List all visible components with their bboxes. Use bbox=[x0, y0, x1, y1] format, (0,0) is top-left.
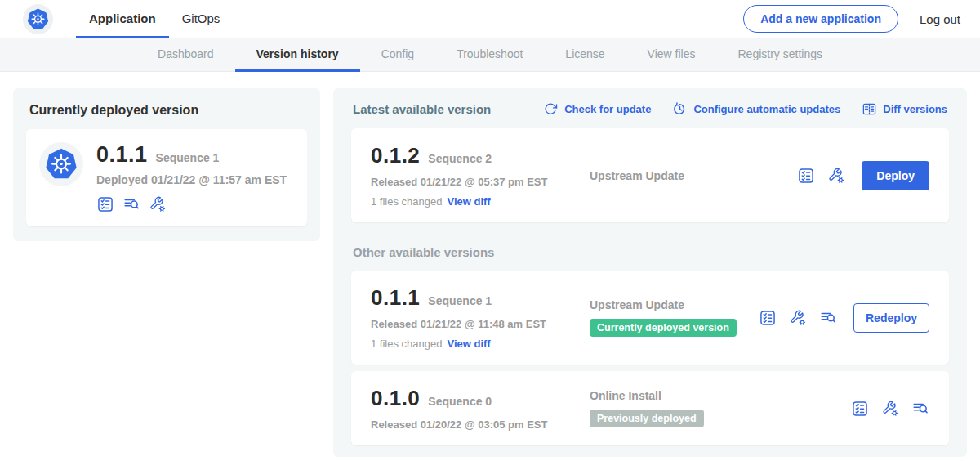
version-info: 0.1.1 Sequence 1 Released 01/21/22 @ 11:… bbox=[371, 285, 590, 350]
preflight-checks-icon[interactable] bbox=[851, 400, 869, 418]
view-logs-icon[interactable] bbox=[911, 400, 929, 418]
sequence-label: Sequence 1 bbox=[428, 294, 492, 307]
latest-available-title: Latest available version bbox=[353, 102, 491, 116]
top-navbar: Application GitOps Add a new application… bbox=[0, 0, 980, 38]
version-actions-right: Redeploy bbox=[759, 303, 929, 333]
version-row-0-1-0: 0.1.0 Sequence 0 Released 01/20/22 @ 03:… bbox=[351, 371, 949, 445]
version-source: Upstream Update bbox=[590, 169, 797, 182]
files-changed-line: 1 files changedView diff bbox=[371, 338, 590, 350]
files-changed-line: 1 files changedView diff bbox=[371, 195, 590, 208]
preflight-checks-icon[interactable] bbox=[96, 195, 114, 213]
released-timestamp: Released 01/21/22 @ 05:37 pm EST bbox=[371, 176, 590, 188]
edit-config-icon[interactable] bbox=[827, 167, 845, 185]
source-label: Upstream Update bbox=[590, 298, 684, 311]
refresh-icon bbox=[543, 101, 559, 117]
check-for-update-link[interactable]: Check for update bbox=[543, 101, 651, 117]
deployed-version-card: 0.1.1 Sequence 1 Deployed 01/21/22 @ 11:… bbox=[26, 129, 307, 226]
version-number: 0.1.2 bbox=[371, 143, 420, 168]
diff-versions-link[interactable]: Diff versions bbox=[862, 101, 947, 117]
main-content: Currently deployed version 0.1.1 Sequenc… bbox=[0, 72, 980, 457]
version-actions-right: Deploy bbox=[797, 161, 929, 190]
sequence-label: Sequence 0 bbox=[428, 395, 492, 408]
version-actions: Check for update Configure automatic upd… bbox=[543, 101, 947, 117]
tab-config[interactable]: Config bbox=[360, 38, 435, 72]
deployed-timestamp: Deployed 01/21/22 @ 11:57 am EST bbox=[96, 173, 287, 186]
released-timestamp: Released 01/21/22 @ 11:48 am EST bbox=[371, 318, 590, 330]
tab-dashboard[interactable]: Dashboard bbox=[136, 38, 235, 72]
tab-gitops[interactable]: GitOps bbox=[169, 0, 234, 38]
navbar-right: Add a new application Log out bbox=[743, 0, 960, 38]
version-actions-right bbox=[851, 400, 929, 418]
files-changed-count: 1 files changed bbox=[371, 195, 442, 208]
version-row-0-1-1: 0.1.1 Sequence 1 Released 01/21/22 @ 11:… bbox=[351, 271, 949, 365]
app-nav-tabs: Application GitOps bbox=[76, 0, 233, 38]
edit-config-icon[interactable] bbox=[789, 309, 807, 327]
check-for-update-label: Check for update bbox=[564, 103, 651, 115]
tab-view-files[interactable]: View files bbox=[626, 38, 717, 72]
view-logs-icon[interactable] bbox=[819, 309, 837, 327]
available-versions-panel: Latest available version Check for updat… bbox=[333, 88, 967, 457]
section-subnav: Dashboard Version history Config Trouble… bbox=[0, 38, 980, 72]
source-label: Online Install bbox=[590, 389, 662, 402]
tab-troubleshoot[interactable]: Troubleshoot bbox=[435, 38, 544, 72]
schedule-update-icon bbox=[672, 101, 688, 117]
view-logs-icon[interactable] bbox=[122, 195, 140, 213]
preflight-checks-icon[interactable] bbox=[797, 167, 815, 185]
files-changed-count: 1 files changed bbox=[371, 338, 442, 350]
deployed-version-info: 0.1.1 Sequence 1 Deployed 01/21/22 @ 11:… bbox=[96, 142, 287, 213]
currently-deployed-badge: Currently deployed version bbox=[590, 319, 737, 337]
view-diff-link[interactable]: View diff bbox=[447, 338, 490, 350]
version-source: Online Install Previously deployed bbox=[590, 389, 851, 427]
tab-license[interactable]: License bbox=[544, 38, 626, 72]
admin-console-screen: Application GitOps Add a new application… bbox=[0, 0, 980, 461]
latest-version-header: Latest available version Check for updat… bbox=[353, 101, 947, 117]
version-number: 0.1.0 bbox=[371, 386, 420, 411]
preflight-checks-icon[interactable] bbox=[759, 309, 777, 327]
deploy-button[interactable]: Deploy bbox=[862, 161, 929, 190]
redeploy-button[interactable]: Redeploy bbox=[853, 303, 929, 333]
currently-deployed-title: Currently deployed version bbox=[29, 103, 307, 118]
version-info: 0.1.0 Sequence 0 Released 01/20/22 @ 03:… bbox=[371, 386, 590, 431]
sequence-label: Sequence 2 bbox=[428, 152, 492, 165]
logout-button[interactable]: Log out bbox=[920, 12, 960, 26]
app-kubernetes-logo-icon bbox=[39, 142, 83, 186]
other-available-versions-title: Other available versions bbox=[353, 245, 947, 259]
version-number: 0.1.1 bbox=[371, 285, 420, 311]
currently-deployed-panel: Currently deployed version 0.1.1 Sequenc… bbox=[13, 88, 320, 241]
add-new-application-button[interactable]: Add a new application bbox=[743, 5, 898, 33]
configure-automatic-updates-label: Configure automatic updates bbox=[693, 103, 840, 115]
edit-config-icon[interactable] bbox=[881, 400, 899, 418]
tab-registry-settings[interactable]: Registry settings bbox=[717, 38, 844, 72]
previously-deployed-badge: Previously deployed bbox=[590, 410, 704, 427]
version-info: 0.1.2 Sequence 2 Released 01/21/22 @ 05:… bbox=[371, 143, 590, 208]
diff-columns-icon bbox=[862, 101, 877, 117]
source-label: Upstream Update bbox=[590, 169, 684, 182]
deployed-version-number: 0.1.1 bbox=[96, 142, 148, 168]
view-diff-link[interactable]: View diff bbox=[447, 195, 490, 208]
deployed-sequence-label: Sequence 1 bbox=[156, 151, 220, 164]
tab-version-history[interactable]: Version history bbox=[235, 38, 360, 72]
version-row-0-1-2: 0.1.2 Sequence 2 Released 01/21/22 @ 05:… bbox=[351, 128, 949, 222]
edit-config-icon[interactable] bbox=[149, 195, 167, 213]
kubernetes-logo-icon bbox=[23, 4, 53, 34]
version-source: Upstream Update Currently deployed versi… bbox=[590, 298, 759, 337]
tab-application[interactable]: Application bbox=[76, 0, 169, 38]
released-timestamp: Released 01/20/22 @ 03:05 pm EST bbox=[371, 418, 590, 431]
configure-automatic-updates-link[interactable]: Configure automatic updates bbox=[672, 101, 840, 117]
diff-versions-label: Diff versions bbox=[883, 103, 947, 115]
